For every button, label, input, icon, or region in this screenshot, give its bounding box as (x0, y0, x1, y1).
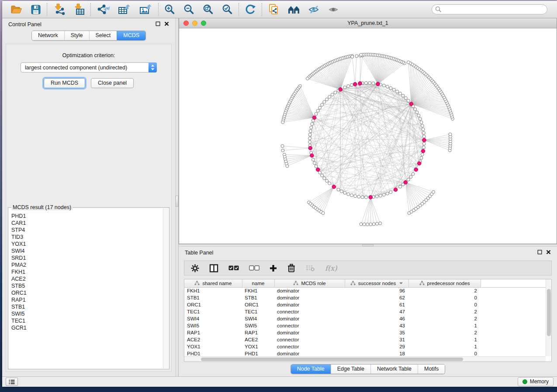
tab-select[interactable]: Select (89, 31, 117, 40)
table-row[interactable]: TEC1TEC1connector472 (184, 308, 546, 315)
new-network-from-selection-icon[interactable] (268, 3, 280, 15)
open-session-icon[interactable] (10, 4, 22, 15)
result-list-item[interactable]: YOX1 (11, 241, 163, 248)
float-table-panel-icon[interactable] (537, 250, 542, 256)
window-minimize-icon[interactable] (192, 21, 197, 26)
column-header-shared-name[interactable]: shared name (184, 279, 242, 287)
result-list-item[interactable]: STB5 (11, 282, 163, 289)
result-list-item[interactable]: TID3 (11, 234, 163, 241)
import-table-icon[interactable] (73, 3, 85, 15)
table-row[interactable]: FKH1FKH1dominator962 (184, 287, 546, 294)
control-panel-tabs: NetworkStyleSelectMCDS (31, 31, 146, 41)
delete-row-icon[interactable] (287, 264, 296, 272)
horizontal-scroll-thumb[interactable] (201, 358, 463, 361)
memory-button-label: Memory (530, 378, 549, 385)
table-row[interactable]: STB1STB1dominator620 (184, 294, 546, 301)
result-list-item[interactable]: PMA2 (11, 261, 163, 268)
criterion-dropdown-value: largest connected component (undirected) (25, 65, 127, 71)
table-horizontal-scrollbar[interactable] (184, 356, 546, 361)
table-vertical-scrollbar[interactable] (546, 279, 551, 356)
apply-layout-icon[interactable] (245, 4, 256, 15)
network-window-titlebar[interactable]: YPA_prune.txt_1 (179, 18, 557, 28)
hide-selected-icon[interactable] (308, 4, 320, 15)
table-tab-edge-table[interactable]: Edge Table (331, 364, 370, 374)
close-table-panel-icon[interactable] (546, 250, 551, 256)
table-row[interactable]: SWI4SWI4dominator462 (184, 315, 546, 322)
function-builder-icon[interactable]: f(x) (325, 264, 337, 272)
network-canvas[interactable] (179, 28, 557, 244)
network-graph[interactable] (179, 28, 557, 243)
deselect-all-icon[interactable] (249, 265, 259, 271)
result-list-item[interactable]: ORC1 (11, 289, 163, 296)
tab-network[interactable]: Network (32, 31, 64, 40)
result-list-item[interactable]: SRD1 (11, 254, 163, 261)
zoom-out-icon[interactable] (183, 4, 194, 15)
table-panel: Table Panel (179, 247, 557, 376)
run-mcds-button[interactable]: Run MCDS (44, 78, 85, 88)
table-toolbar: f(x) (184, 261, 552, 275)
result-list-item[interactable]: SWI4 (11, 248, 163, 254)
result-list-item[interactable]: TEC1 (11, 317, 163, 324)
first-neighbors-icon[interactable] (288, 4, 300, 15)
column-header-predecessor-nodes[interactable]: predecessor nodes (408, 279, 481, 287)
mcds-result-box: MCDS result (17 nodes) PHD1CAR1STP4TID3Y… (8, 207, 170, 369)
vertical-scroll-thumb[interactable] (547, 289, 551, 336)
table-row[interactable]: ACE2ACE2connector311 (184, 336, 546, 343)
control-panel: Control Panel NetworkStyleSelectMCDS Opt… (2, 18, 175, 376)
zoom-in-icon[interactable] (164, 4, 175, 15)
zoom-fit-icon[interactable] (203, 4, 214, 15)
memory-button[interactable]: Memory (518, 377, 554, 386)
show-columns-icon[interactable] (209, 264, 218, 272)
close-panel-button[interactable]: Close panel (91, 78, 134, 88)
zoom-selected-icon[interactable] (222, 4, 233, 15)
result-list-item[interactable]: RAP1 (11, 296, 163, 303)
result-list-item[interactable]: GCR1 (11, 324, 163, 331)
result-list-item[interactable]: ACE2 (11, 275, 163, 282)
table-row[interactable]: YOX1YOX1connector291 (184, 343, 546, 350)
result-list-item[interactable]: STB1 (11, 303, 163, 310)
vertical-splitter[interactable] (175, 18, 179, 376)
table-tab-motifs[interactable]: Motifs (418, 364, 445, 374)
select-all-icon[interactable] (228, 265, 239, 271)
show-all-icon[interactable] (328, 4, 339, 15)
search-input[interactable] (432, 4, 547, 14)
export-network-icon[interactable] (97, 4, 110, 15)
status-bar: Memory (2, 376, 557, 387)
save-session-icon[interactable] (31, 4, 41, 15)
close-panel-icon[interactable] (164, 21, 169, 28)
table-row[interactable]: RAP1RAP1dominator352 (184, 329, 546, 336)
result-list-item[interactable]: SWI5 (11, 310, 163, 317)
horizontal-splitter-grip[interactable] (362, 244, 374, 246)
window-maximize-icon[interactable] (201, 21, 206, 26)
node-table: shared namenameMCDS rolesuccessor nodesp… (184, 279, 552, 362)
result-list-item[interactable]: CAR1 (11, 220, 163, 227)
float-panel-icon[interactable] (156, 21, 160, 28)
criterion-dropdown[interactable]: largest connected component (undirected) (21, 62, 157, 72)
tab-style[interactable]: Style (64, 31, 89, 40)
delete-table-icon[interactable] (306, 265, 315, 272)
status-menu-button[interactable] (6, 378, 18, 386)
application-window: Control Panel NetworkStyleSelectMCDS Opt… (2, 1, 557, 387)
column-settings-icon[interactable] (191, 264, 199, 272)
result-list-item[interactable]: STP4 (11, 227, 163, 234)
table-tab-node-table[interactable]: Node Table (291, 364, 331, 374)
horizontal-splitter[interactable] (179, 244, 557, 247)
column-header-name[interactable]: name (242, 279, 274, 287)
result-scrollbar[interactable] (163, 208, 169, 368)
result-list-item[interactable]: PHD1 (11, 213, 163, 220)
column-header-mcds-role[interactable]: MCDS role (274, 279, 345, 287)
import-network-icon[interactable] (53, 3, 65, 15)
export-image-icon[interactable] (139, 4, 152, 15)
tab-mcds[interactable]: MCDS (117, 31, 145, 40)
export-table-icon[interactable] (118, 4, 131, 15)
result-list-item[interactable]: FKH1 (11, 268, 163, 275)
table-row[interactable]: ORC1ORC1dominator610 (184, 301, 546, 308)
network-window-title: YPA_prune.txt_1 (347, 20, 388, 26)
table-row[interactable]: SWI5SWI5connector431 (184, 322, 546, 329)
add-row-icon[interactable] (270, 265, 277, 272)
table-tab-network-table[interactable]: Network Table (370, 364, 418, 374)
window-close-icon[interactable] (183, 21, 189, 26)
sort-desc-icon (399, 282, 403, 284)
column-header-successor-nodes[interactable]: successor nodes (345, 279, 408, 287)
vertical-splitter-grip[interactable] (176, 196, 178, 207)
